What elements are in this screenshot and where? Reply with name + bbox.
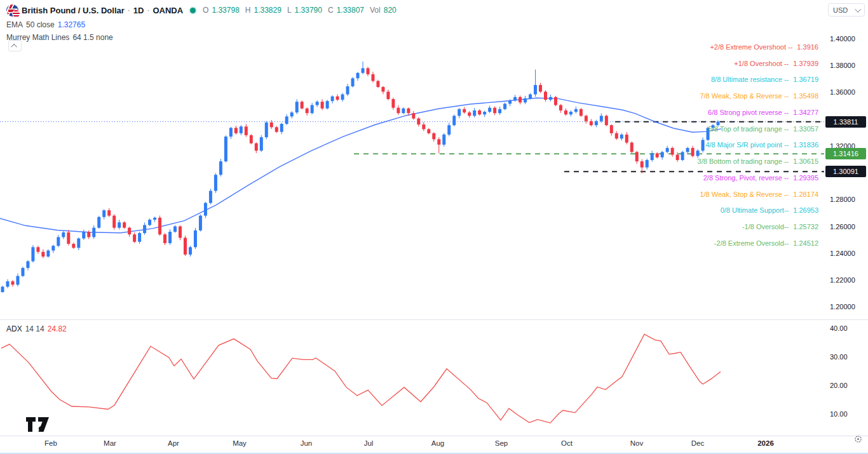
murrey-level-label: 8/8 Ultimate resistance --1.36719 — [711, 76, 818, 83]
gear-icon[interactable] — [854, 435, 862, 443]
interval-label[interactable]: 1D — [133, 6, 144, 15]
title-separator: · — [147, 6, 149, 15]
price-label-pill: 1.31416 — [825, 148, 866, 159]
open-label: O — [203, 6, 208, 15]
close-label: C — [328, 6, 334, 15]
murrey-level-label: 6/8 Strong pivot reverse --1.34277 — [708, 109, 818, 116]
time-axis-label: Feb — [44, 439, 57, 447]
murrey-legend-row[interactable]: Murrey Math Lines 64 1.5 none — [6, 32, 113, 43]
adx-value: 24.82 — [48, 324, 67, 333]
adx-name: ADX — [6, 324, 22, 333]
murrey-level-label: 0/8 Ultimate Support--1.26953 — [721, 206, 818, 214]
title-separator: · — [128, 6, 130, 15]
exchange-label[interactable]: OANDA — [153, 6, 183, 15]
pane-divider[interactable] — [0, 319, 868, 320]
murrey-level-label: 1/8 Weak, Stop & Reverse --1.28174 — [700, 190, 818, 198]
time-axis-label: Dec — [691, 439, 704, 447]
time-axis-label: Apr — [168, 439, 179, 447]
low-value: 1.33790 — [295, 6, 322, 15]
tradingview-logo[interactable] — [25, 417, 51, 433]
time-axis-border — [0, 436, 868, 436]
close-value: 1.33807 — [337, 6, 364, 15]
ema-params: 50 close — [26, 20, 55, 29]
symbol-title[interactable]: British Pound / U.S. Dollar — [22, 6, 125, 15]
time-axis-label: Jun — [301, 439, 313, 447]
adx-tick-label: 10.00 — [830, 410, 848, 418]
ema-name: EMA — [6, 20, 23, 29]
price-tick-label: 1.24000 — [830, 249, 855, 258]
price-tick-label: 1.26000 — [830, 222, 855, 231]
price-tick-label: 1.20000 — [830, 302, 855, 311]
time-axis-label: Aug — [431, 439, 444, 447]
murrey-level-label: 5/8 Top of trading range --1.33057 — [709, 125, 818, 133]
adx-tick-label: 30.00 — [830, 352, 848, 361]
ema-legend-row[interactable]: EMA 50 close 1.32765 — [6, 20, 85, 30]
adx-tick-label: 20.00 — [830, 381, 848, 390]
currency-selector[interactable]: USD — [828, 3, 865, 17]
time-axis-label: Jul — [364, 439, 374, 447]
chevron-up-icon — [11, 43, 17, 50]
murrey-level-label: 3/8 Bottom of trading range --1.30615 — [698, 157, 818, 165]
murrey-level-label: 2/8 Strong, Pivot, reverse --1.29395 — [703, 174, 818, 182]
symbol-legend-row[interactable]: British Pound / U.S. Dollar · 1D · OANDA… — [6, 4, 397, 17]
adx-tick-label: 40.00 — [830, 324, 848, 333]
murrey-level-label: -2/8 Extreme Oversold--1.24512 — [714, 239, 818, 247]
price-label-pill: 1.33811 — [825, 116, 866, 128]
market-status-dot-icon[interactable] — [190, 8, 196, 13]
murrey-level-label: -1/8 Oversold--1.25732 — [742, 223, 818, 230]
time-axis-label: Mar — [104, 439, 116, 447]
price-tick-label: 1.38000 — [830, 61, 855, 70]
time-axis-label: 2026 — [757, 439, 774, 447]
volume-label: Vol — [370, 6, 381, 15]
low-label: L — [287, 6, 292, 15]
murrey-level-label: +1/8 Overshoot --1.37939 — [734, 60, 818, 67]
chevron-down-icon — [855, 6, 861, 13]
price-tick-label: 1.28000 — [830, 195, 855, 204]
time-axis-label: Nov — [630, 439, 643, 447]
open-value: 1.33798 — [212, 6, 239, 15]
high-value: 1.33829 — [254, 6, 281, 15]
price-tick-label: 1.40000 — [830, 34, 855, 43]
adx-legend-row[interactable]: ADX 14 14 24.82 — [6, 324, 67, 333]
time-axis-label: Sep — [495, 439, 508, 447]
murrey-level-label: 4/8 Major S/R pivot point --1.31836 — [705, 141, 818, 149]
price-tick-label: 1.36000 — [830, 88, 855, 97]
high-label: H — [245, 6, 251, 15]
volume-value: 820 — [384, 6, 397, 15]
time-axis-label: Oct — [561, 439, 573, 447]
price-tick-label: 1.22000 — [830, 276, 855, 284]
gbp-usd-flag-icon — [6, 4, 18, 17]
collapse-legend-button[interactable] — [8, 40, 22, 51]
murrey-level-label: +2/8 Extreme Overshoot --1.3916 — [710, 43, 818, 51]
time-axis-label: May — [233, 439, 247, 447]
murrey-level-label: 7/8 Weak, Stop & Reverse --1.35498 — [700, 92, 818, 100]
chart-canvas[interactable] — [0, 0, 868, 454]
currency-selector-label: USD — [833, 6, 848, 14]
murrey-params: 64 1.5 none — [72, 33, 112, 42]
price-label-pill: 1.30091 — [825, 166, 866, 177]
adx-params: 14 14 — [25, 324, 44, 333]
chart-window: British Pound / U.S. Dollar · 1D · OANDA… — [0, 0, 868, 454]
ema-value: 1.32765 — [58, 20, 85, 29]
